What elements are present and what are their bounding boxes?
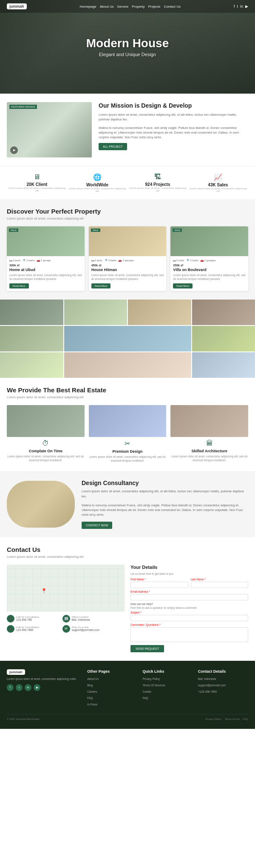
footer-link-privacy[interactable]: Privacy Policy: [143, 676, 193, 681]
stat-sales-desc: Lorem ipsum dolor sit amet, consectetur …: [188, 187, 248, 192]
stat-baths: 🚿 2 baths: [22, 259, 35, 262]
property-card-1-image-bg: [7, 226, 85, 256]
form-comments-textarea[interactable]: [130, 627, 248, 642]
property-card-3-btn[interactable]: Read More: [173, 283, 193, 288]
footer-link-terms[interactable]: Terms Of Services: [143, 682, 193, 687]
gallery-item-9: [64, 352, 191, 378]
best-image-2: [89, 405, 167, 437]
footer-link-careers[interactable]: Careers: [87, 689, 137, 694]
navbar-links: Homepage About Us Service Property Proje…: [80, 5, 181, 9]
footer-desc: Lorem ipsum dolor sit amet, consectetur …: [7, 677, 82, 681]
mission-image-inner: [7, 102, 92, 157]
footer-bottom-privacy[interactable]: Privacy Policy: [205, 718, 221, 720]
best-feature-3-title: Skilled Architecture: [170, 449, 248, 453]
form-fname-input[interactable]: [130, 582, 188, 588]
contact-title: Contact Us: [7, 546, 248, 553]
property-card-1-body: 🛏 3 beds 🚿 2 baths 🚗 1 garage 300k sf Ho…: [7, 256, 85, 291]
social-icon-in[interactable]: in: [240, 4, 243, 9]
nav-homepage[interactable]: Homepage: [80, 5, 96, 9]
property-cards: SALE 🛏 3 beds 🚿 2 baths 🚗 1 garage 300k …: [7, 226, 248, 291]
consultancy-body-1: Lorem ipsum dolor sit amet, consectetur …: [82, 489, 248, 499]
mission-section: FEATURED DESIGN ▶ Our Mission is Design …: [0, 94, 255, 166]
mission-btn[interactable]: ALL PROJECT: [99, 143, 127, 150]
footer-link-faq2[interactable]: FAQ: [143, 695, 193, 700]
footer-link-press[interactable]: In Press: [87, 702, 137, 706]
property-card-2-btn[interactable]: Read More: [91, 283, 111, 288]
contact-form-subtitle: Let us know how to get back to you: [130, 572, 248, 575]
gallery-item-1: [0, 300, 63, 325]
best-feature-3-desc: Lorem ipsum dolor sit amet, consectetur …: [170, 454, 248, 462]
social-icon-tw[interactable]: t: [237, 4, 238, 9]
discover-title: Discover Your Perfect Property: [7, 208, 248, 215]
contact-left: 📍 📞 Call for Consultation 123-456-789 🏢 …: [7, 565, 125, 652]
stat-beds: 🛏 4 beds: [91, 259, 102, 262]
footer-link-faq[interactable]: FAQ: [87, 695, 137, 700]
nav-property[interactable]: Property: [132, 5, 144, 9]
phone-1-icon: 📞: [7, 615, 14, 622]
form-comments-label: Comments / Questions *: [130, 623, 248, 626]
form-subject-input[interactable]: [130, 615, 248, 621]
nav-service[interactable]: Service: [117, 5, 129, 9]
social-icon-yt[interactable]: ▶: [245, 4, 248, 9]
footer-link-blog[interactable]: Blog: [87, 682, 137, 687]
form-lname-input[interactable]: [191, 582, 249, 588]
social-icon-fb[interactable]: f: [234, 4, 235, 9]
stat-projects: 🏗 924 Projects Lorem ipsum dolor sit ame…: [128, 173, 188, 192]
consultancy-title: Design Consultancy: [82, 480, 248, 486]
property-card-1-price: 300k sf: [9, 264, 82, 267]
play-button[interactable]: ▶: [10, 146, 18, 154]
hero-title: Modern House: [86, 37, 169, 50]
footer-col-2-links: Privacy Policy Terms Of Services Cookie …: [143, 676, 193, 700]
best-feature-1-title: Complate On Time: [7, 449, 85, 453]
footer-bottom-faq[interactable]: FAQ: [243, 718, 248, 720]
footer-grid: jummah Lorem ipsum dolor sit amet, conse…: [7, 669, 248, 708]
featured-badge: FEATURED DESIGN: [9, 105, 37, 109]
mission-title: Our Mission is Design & Develop: [99, 102, 248, 109]
footer-social-yt[interactable]: ▶: [34, 684, 40, 691]
stat-sales-icon: 📈: [188, 173, 248, 181]
contact-info-phone-2: 📞 Call for Consultation 123-456-7890: [7, 625, 60, 633]
footer: jummah Lorem ipsum dolor sit amet, conse…: [0, 661, 255, 729]
property-card-1-badge: SALE: [9, 228, 18, 232]
stat-client-number: 20K Client: [7, 182, 67, 187]
footer-bottom-terms[interactable]: Terms of Use: [225, 718, 240, 720]
map-grid: [7, 565, 125, 611]
footer-link-cookie[interactable]: Cookie: [143, 689, 193, 694]
footer-logo: jummah: [7, 669, 25, 675]
footer-link-about[interactable]: About Us: [87, 676, 137, 681]
property-card-2-price: 450k sf: [91, 264, 164, 267]
footer-social-tw[interactable]: t: [16, 684, 23, 691]
form-email-group: Email Address *: [130, 590, 248, 600]
footer-social: f t in ▶: [7, 684, 82, 691]
nav-about[interactable]: About Us: [100, 5, 114, 9]
form-lname-group: Last Name *: [191, 578, 249, 588]
best-card-1: ⏱ Complate On Time Lorem ipsum dolor sit…: [7, 405, 85, 463]
nav-contact[interactable]: Contact Us: [164, 5, 181, 9]
mission-body-2: Malina to nonumy consectetuer Fusce, sin…: [99, 126, 248, 140]
footer-bottom-links: Privacy Policy Terms of Use FAQ: [205, 718, 248, 720]
nav-projects[interactable]: Projects: [148, 5, 160, 9]
gallery-item-8: [0, 352, 63, 378]
form-email-input[interactable]: [130, 594, 248, 600]
best-feature-2-desc: Lorem ipsum dolor sit amet, consectetur …: [89, 455, 167, 463]
property-card-1-btn[interactable]: Read More: [9, 283, 29, 288]
footer-contact-phone: +123-456-7890: [198, 689, 248, 694]
form-submit-btn[interactable]: SEND REQUEST: [130, 645, 164, 652]
navbar-logo[interactable]: jummah: [7, 3, 27, 9]
footer-col-1-links: About Us Blog Careers FAQ In Press: [87, 676, 137, 706]
footer-social-in[interactable]: in: [25, 684, 31, 691]
property-card-1: SALE 🛏 3 beds 🚿 2 baths 🚗 1 garage 300k …: [7, 226, 85, 291]
stat-worldwide-desc: Lorem ipsum dolor sit amet, consectetur …: [67, 187, 128, 192]
footer-contact-address: Bali, Indonesia: [198, 676, 248, 681]
footer-social-fb[interactable]: f: [7, 684, 14, 691]
form-subject-label: Subject *: [130, 611, 248, 614]
stat-baths: 🚿 4 baths: [186, 259, 198, 262]
best-title: We Provide The Best Real Estate: [7, 386, 248, 394]
stat-baths: 🚿 3 baths: [104, 259, 117, 262]
stat-projects-icon: 🏗: [128, 173, 188, 181]
footer-bottom: © 2022 Jummah Real Estate Privacy Policy…: [7, 714, 248, 720]
consultancy-btn[interactable]: CONTACT NOW: [82, 522, 112, 529]
footer-contact-email[interactable]: support@jummah.com: [198, 682, 248, 687]
consultancy-section: Design Consultancy Lorem ipsum dolor sit…: [0, 471, 255, 537]
contact-info-phone-1: 📞 Call for Consultation 123-456-789: [7, 615, 60, 622]
